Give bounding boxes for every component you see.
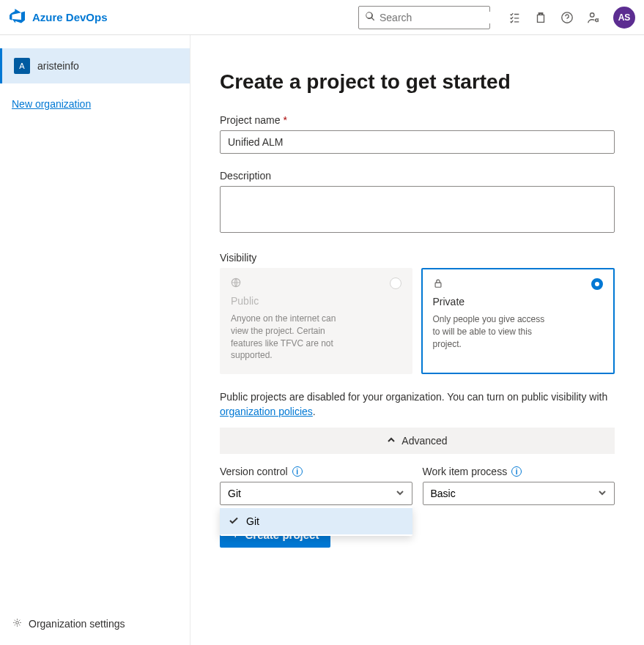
version-control-field: Version control i Git Git (220, 466, 412, 505)
svg-point-1 (591, 12, 594, 16)
visibility-public-card: Public Anyone on the internet can view t… (220, 268, 412, 374)
check-icon (229, 515, 239, 528)
advanced-label: Advanced (401, 435, 447, 447)
help-icon[interactable] (560, 11, 574, 24)
search-icon (365, 11, 375, 24)
page-title: Create a project to get started (220, 70, 615, 94)
visibility-label: Visibility (220, 252, 615, 264)
work-item-value: Basic (431, 488, 456, 499)
project-name-input[interactable] (220, 130, 615, 154)
work-item-dropdown[interactable]: Basic (423, 482, 615, 505)
brand-text: Azure DevOps (32, 11, 108, 23)
globe-icon (231, 277, 241, 290)
vis-private-desc: Only people you give access to will be a… (433, 313, 554, 350)
org-policies-link[interactable]: organization policies (220, 406, 313, 417)
vis-private-title: Private (433, 296, 604, 307)
azure-devops-icon (9, 7, 26, 28)
header-actions: AS (508, 7, 635, 29)
header-bar: Azure DevOps AS (0, 0, 644, 35)
work-item-field: Work item process i Basic (423, 466, 615, 505)
version-control-value: Git (228, 488, 241, 499)
chevron-up-icon (387, 435, 396, 447)
vc-option-git[interactable]: Git (220, 508, 412, 534)
org-name: aristeinfo (37, 60, 79, 72)
marketplace-icon[interactable] (534, 11, 547, 24)
version-control-dropdown[interactable]: Git (220, 482, 412, 505)
org-settings-link[interactable]: Organization settings (12, 617, 125, 630)
org-settings-label: Organization settings (29, 618, 125, 630)
gear-icon (12, 617, 23, 630)
svg-point-0 (562, 12, 572, 22)
visibility-field: Visibility Public Anyone on the internet… (220, 252, 615, 374)
vis-public-title: Public (231, 295, 401, 307)
description-input[interactable] (220, 186, 615, 233)
search-input[interactable] (380, 12, 508, 23)
main-content: Create a project to get started Project … (190, 35, 644, 645)
info-icon[interactable]: i (292, 466, 303, 477)
advanced-toggle[interactable]: Advanced (220, 428, 615, 454)
user-settings-icon[interactable] (587, 11, 600, 24)
version-control-label: Version control (220, 466, 288, 477)
description-field: Description (220, 170, 615, 236)
project-name-label: Project name * (220, 114, 615, 126)
svg-rect-5 (435, 283, 441, 287)
work-item-label: Work item process (423, 466, 508, 477)
project-name-field: Project name * (220, 114, 615, 154)
vc-option-git-label: Git (246, 515, 259, 527)
chevron-down-icon (396, 488, 404, 499)
radio-public (390, 277, 401, 289)
chevron-down-icon (598, 488, 607, 499)
visibility-note: Public projects are disabled for your or… (220, 390, 615, 419)
avatar[interactable]: AS (613, 7, 635, 29)
search-box[interactable] (358, 6, 490, 29)
info-icon[interactable]: i (511, 466, 522, 477)
svg-point-3 (16, 622, 19, 625)
version-control-menu: Git (220, 507, 412, 536)
new-org-link[interactable]: New organization (12, 98, 190, 110)
sidebar-org-item[interactable]: A aristeinfo (0, 48, 190, 83)
description-label: Description (220, 170, 615, 182)
task-list-icon[interactable] (508, 11, 521, 24)
vis-public-desc: Anyone on the internet can view the proj… (231, 313, 352, 362)
sidebar: A aristeinfo New organization Organizati… (0, 35, 190, 645)
radio-private[interactable] (591, 278, 603, 290)
brand-logo[interactable]: Azure DevOps (9, 7, 108, 28)
visibility-private-card[interactable]: Private Only people you give access to w… (421, 268, 615, 374)
lock-icon (433, 278, 443, 291)
org-badge: A (14, 58, 30, 74)
